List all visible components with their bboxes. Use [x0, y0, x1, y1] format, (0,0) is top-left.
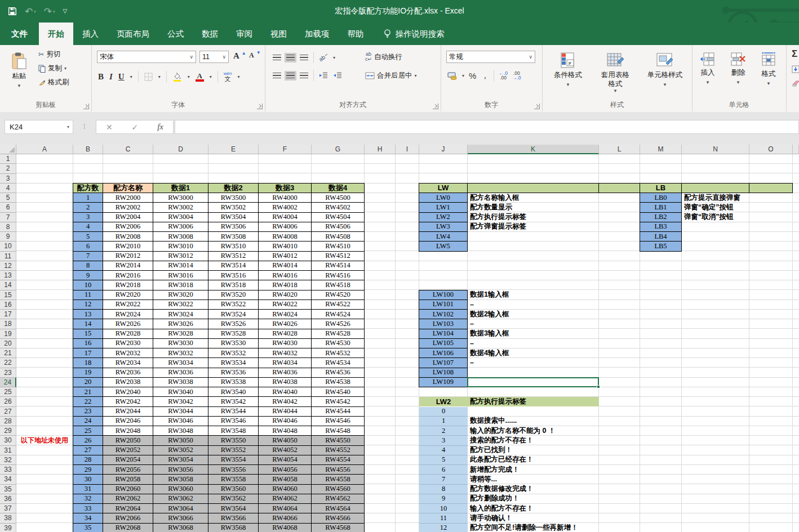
- cell-M5[interactable]: LB0: [640, 193, 681, 202]
- font-dialog-launcher[interactable]: [257, 104, 263, 109]
- clipboard-dialog-launcher[interactable]: [83, 104, 89, 109]
- cell-C32[interactable]: RW2054: [103, 455, 153, 464]
- row-header-2[interactable]: 2: [0, 164, 16, 173]
- cell-B11[interactable]: 7: [73, 252, 103, 261]
- cell-C29[interactable]: RW2048: [103, 426, 153, 435]
- cell-F28[interactable]: RW4046: [259, 417, 311, 426]
- cell-F33[interactable]: RW4056: [259, 465, 311, 474]
- cell-F29[interactable]: RW4048: [259, 426, 311, 435]
- cell-F34[interactable]: RW4058: [259, 475, 311, 484]
- tab-审阅[interactable]: 审阅: [227, 23, 261, 45]
- cell-E16[interactable]: RW3522: [208, 300, 258, 309]
- cell-F10[interactable]: RW4010: [259, 242, 311, 251]
- cell-K32[interactable]: 此条配方已经存在！: [468, 455, 599, 464]
- cell-G14[interactable]: RW4518: [312, 280, 364, 289]
- align-bottom-icon[interactable]: [300, 55, 308, 61]
- lw-header[interactable]: LW: [419, 184, 467, 193]
- cell-C9[interactable]: RW2008: [103, 232, 153, 241]
- cell-D10[interactable]: RW3010: [153, 242, 208, 251]
- cell-J5[interactable]: LW0: [419, 193, 467, 202]
- cell-F5[interactable]: RW4000: [259, 193, 311, 202]
- formula-bar-splitter[interactable]: ⁞: [83, 122, 86, 131]
- cell-F22[interactable]: RW4034: [259, 358, 311, 367]
- cell-G16[interactable]: RW4522: [312, 300, 364, 309]
- cell-B26[interactable]: 22: [73, 397, 103, 406]
- paste-button[interactable]: 粘贴 ▼: [5, 47, 34, 99]
- cell-J18[interactable]: LW103: [419, 319, 467, 328]
- cell-J26[interactable]: LW2: [419, 397, 468, 406]
- increase-indent-icon[interactable]: [333, 72, 342, 79]
- cell-D34[interactable]: RW3058: [153, 475, 208, 484]
- cell-F30[interactable]: RW4050: [259, 436, 311, 445]
- cell-K34[interactable]: 请稍等...: [468, 475, 599, 484]
- cell-D13[interactable]: RW3016: [153, 271, 208, 280]
- cell-G10[interactable]: RW4510: [312, 242, 364, 251]
- cell-E37[interactable]: RW3564: [208, 504, 258, 513]
- cell-J8[interactable]: LW3: [419, 222, 467, 231]
- cell-C5[interactable]: RW2000: [103, 193, 153, 202]
- unused-note[interactable]: 以下地址未使用: [16, 436, 73, 445]
- cell-G15[interactable]: RW4520: [312, 290, 364, 299]
- cell-G23[interactable]: RW4536: [312, 368, 364, 377]
- cell-C38[interactable]: RW2066: [103, 513, 153, 522]
- align-center-icon[interactable]: [286, 73, 295, 79]
- cell-D7[interactable]: RW3004: [153, 213, 208, 222]
- col-header-G[interactable]: G: [312, 145, 365, 154]
- cell-G7[interactable]: RW4504: [312, 213, 364, 222]
- cell-styles-button[interactable]: 单元格样式 ▼: [641, 47, 689, 99]
- cell-K26[interactable]: 配方执行提示标签: [468, 397, 599, 406]
- row-header-13[interactable]: 13: [0, 271, 16, 280]
- cell-J29[interactable]: 2: [419, 426, 468, 436]
- tab-页面布局[interactable]: 页面布局: [108, 23, 158, 45]
- cell-J30[interactable]: 3: [419, 436, 468, 445]
- cell-K36[interactable]: 配方删除成功！: [468, 494, 599, 503]
- cell-G29[interactable]: RW4548: [312, 426, 364, 435]
- main-header-配方数[interactable]: 配方数: [73, 184, 103, 193]
- cell-B5[interactable]: 1: [73, 193, 103, 202]
- cell-F17[interactable]: RW4024: [259, 310, 311, 319]
- cell-B21[interactable]: 17: [73, 348, 103, 357]
- cell-E15[interactable]: RW3520: [208, 290, 258, 299]
- cell-N6[interactable]: 弹窗“确定”按钮: [682, 203, 749, 212]
- row-header-21[interactable]: 21: [0, 348, 16, 358]
- wrap-text-button[interactable]: abc↵ 自动换行: [365, 52, 402, 62]
- cell-D22[interactable]: RW3034: [153, 358, 208, 367]
- row-header-15[interactable]: 15: [0, 290, 16, 300]
- cell-G28[interactable]: RW4546: [312, 417, 364, 426]
- cell-E33[interactable]: RW3556: [208, 465, 258, 474]
- cell-G6[interactable]: RW4502: [312, 203, 364, 212]
- delete-cells-button[interactable]: 删除 ▼: [723, 47, 753, 99]
- cell-G8[interactable]: RW4506: [312, 222, 364, 231]
- fill-icon[interactable]: [792, 65, 799, 73]
- cell-B31[interactable]: 27: [73, 446, 103, 455]
- align-top-icon[interactable]: [273, 55, 281, 61]
- cell-C24[interactable]: RW2038: [103, 378, 153, 387]
- cell-G25[interactable]: RW4540: [312, 387, 364, 396]
- cell-B22[interactable]: 18: [73, 358, 103, 367]
- cell-B15[interactable]: 11: [73, 290, 103, 299]
- row-header-38[interactable]: 38: [0, 513, 16, 523]
- row-header-11[interactable]: 11: [0, 252, 16, 261]
- cell-B25[interactable]: 21: [73, 387, 103, 396]
- borders-icon[interactable]: [144, 73, 153, 81]
- main-header-配方名称[interactable]: 配方名称: [103, 184, 153, 193]
- cell-E17[interactable]: RW3524: [208, 310, 258, 319]
- cell-C18[interactable]: RW2026: [103, 319, 153, 328]
- cell-G32[interactable]: RW4554: [312, 455, 364, 464]
- cell-F9[interactable]: RW4008: [259, 232, 311, 241]
- cell-J37[interactable]: 10: [419, 504, 468, 513]
- row-header-24[interactable]: 24: [0, 378, 16, 387]
- row-header-26[interactable]: 26: [0, 397, 16, 406]
- cancel-icon[interactable]: ✕: [106, 123, 113, 132]
- cell-F31[interactable]: RW4052: [259, 446, 311, 455]
- comma-style-icon[interactable]: ，: [481, 70, 489, 81]
- cell-E29[interactable]: RW3548: [208, 426, 258, 435]
- undo-icon[interactable]: ↶▾: [25, 7, 36, 16]
- cell-G39[interactable]: RW4568: [312, 524, 364, 532]
- cell-D39[interactable]: RW3068: [153, 524, 208, 532]
- row-header-33[interactable]: 33: [0, 465, 16, 475]
- cell-B36[interactable]: 32: [73, 494, 103, 503]
- cell-J23[interactable]: LW108: [419, 368, 467, 377]
- cell-J31[interactable]: 4: [419, 446, 468, 455]
- cell-C17[interactable]: RW2024: [103, 310, 153, 319]
